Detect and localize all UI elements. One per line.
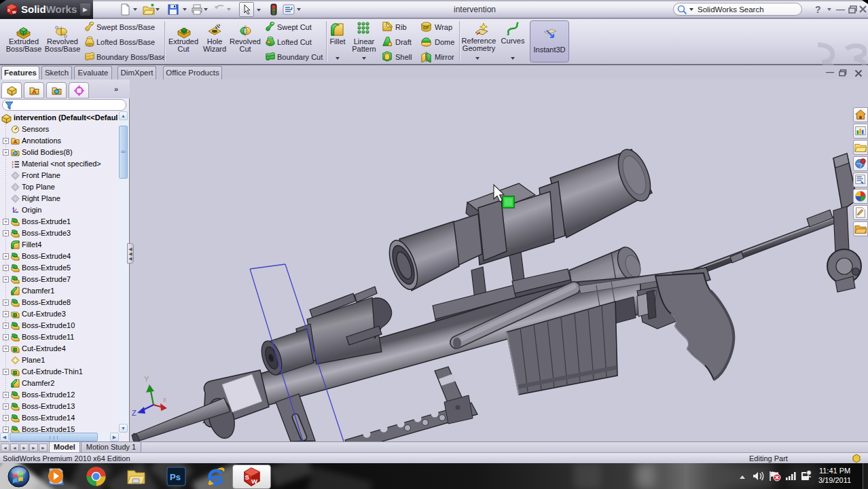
svg-text:x: x [163,396,166,403]
svg-text:W: W [12,10,16,14]
svg-text:Z: Z [132,409,137,417]
svg-text:W: W [251,477,257,485]
svg-text:Y: Y [144,375,149,383]
svg-text:S: S [7,8,10,12]
svg-text:S: S [245,473,249,481]
svg-text:Ps: Ps [170,472,181,482]
